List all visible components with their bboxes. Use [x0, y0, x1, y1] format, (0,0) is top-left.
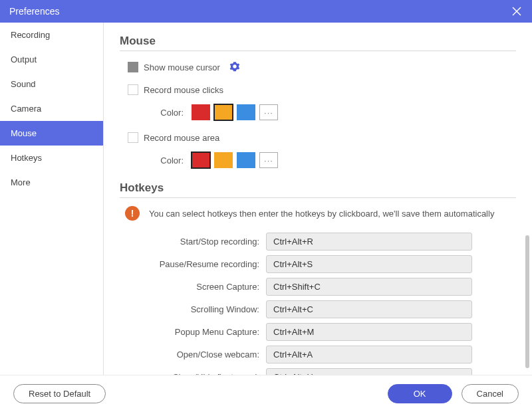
reset-button[interactable]: Reset to Default [13, 384, 106, 403]
hotkey-row-6: Show/Hide float panel: [120, 368, 516, 375]
label-record-clicks: Record mouse clicks [144, 85, 223, 95]
checkbox-show-cursor[interactable] [128, 62, 138, 72]
color-swatch-blue[interactable] [237, 104, 255, 120]
titlebar: Preferences [0, 0, 532, 23]
checkbox-record-area[interactable] [128, 132, 138, 143]
checkbox-record-clicks[interactable] [128, 84, 138, 95]
color-swatch-more-2[interactable]: ··· [259, 152, 278, 168]
main-area: Recording Output Sound Camera Mouse Hotk… [0, 23, 532, 375]
color-swatch-yellow-2[interactable] [214, 152, 233, 168]
footer: Reset to Default OK Cancel [0, 375, 532, 412]
scrollbar[interactable] [525, 235, 529, 368]
hotkey-input-4[interactable] [266, 323, 472, 341]
color-label-clicks: Color: [145, 108, 184, 118]
hotkey-row-2: Screen Capture: [120, 278, 516, 296]
hotkey-row-0: Start/Stop recording: [120, 233, 516, 251]
hotkey-row-5: Open/Close webcam: [120, 346, 516, 363]
row-show-cursor: Show mouse cursor [128, 59, 516, 75]
row-record-area: Record mouse area [128, 130, 516, 146]
hotkey-row-3: Scrolling Window: [120, 300, 516, 318]
hotkey-input-2[interactable] [266, 278, 472, 296]
mouse-section-title: Mouse [120, 35, 516, 51]
sidebar-item-hotkeys[interactable]: Hotkeys [0, 146, 103, 170]
sidebar-item-more[interactable]: More [0, 170, 103, 195]
color-label-area: Color: [145, 155, 184, 165]
label-record-area: Record mouse area [144, 133, 219, 143]
hotkey-row-4: Popup Menu Capture: [120, 323, 516, 341]
hotkey-label-0: Start/Stop recording: [120, 237, 266, 247]
color-row-area: Color: ··· [145, 152, 516, 168]
sidebar: Recording Output Sound Camera Mouse Hotk… [0, 23, 104, 375]
color-swatch-more[interactable]: ··· [259, 104, 278, 120]
hotkeys-info-row: ! You can select hotkeys then enter the … [125, 206, 516, 221]
window-title: Preferences [9, 6, 59, 17]
sidebar-item-camera[interactable]: Camera [0, 96, 103, 121]
hotkey-row-1: Pause/Resume recording: [120, 255, 516, 273]
hotkey-input-5[interactable] [266, 346, 472, 363]
footer-right: OK Cancel [388, 384, 519, 403]
color-swatch-red-2[interactable] [192, 152, 210, 168]
color-swatch-yellow[interactable] [214, 104, 233, 120]
hotkey-label-1: Pause/Resume recording: [120, 259, 266, 269]
sidebar-item-sound[interactable]: Sound [0, 72, 103, 96]
hotkeys-section-title: Hotkeys [120, 181, 516, 198]
hotkey-input-1[interactable] [266, 255, 472, 273]
content-pane: Mouse Show mouse cursor Record mouse cli… [104, 23, 532, 375]
sidebar-item-output[interactable]: Output [0, 47, 103, 72]
hotkeys-info-text: You can select hotkeys then enter the ho… [149, 209, 494, 219]
row-record-clicks: Record mouse clicks [128, 82, 516, 98]
hotkey-label-6: Show/Hide float panel: [120, 372, 266, 375]
color-swatch-blue-2[interactable] [237, 152, 255, 168]
color-swatch-red[interactable] [192, 104, 210, 120]
label-show-cursor: Show mouse cursor [144, 62, 220, 72]
cancel-button[interactable]: Cancel [462, 384, 519, 403]
sidebar-item-mouse[interactable]: Mouse [0, 121, 103, 146]
hotkey-label-2: Screen Capture: [120, 282, 266, 292]
color-row-clicks: Color: ··· [145, 104, 516, 120]
hotkey-label-3: Scrolling Window: [120, 304, 266, 314]
sidebar-item-recording[interactable]: Recording [0, 23, 103, 47]
gear-icon[interactable] [229, 61, 240, 74]
hotkey-label-4: Popup Menu Capture: [120, 327, 266, 337]
hotkey-label-5: Open/Close webcam: [120, 350, 266, 360]
hotkey-input-0[interactable] [266, 233, 472, 251]
hotkey-input-3[interactable] [266, 300, 472, 318]
hotkey-input-6[interactable] [266, 368, 472, 375]
alert-icon: ! [125, 206, 140, 221]
close-icon[interactable] [511, 5, 523, 17]
ok-button[interactable]: OK [388, 384, 452, 403]
